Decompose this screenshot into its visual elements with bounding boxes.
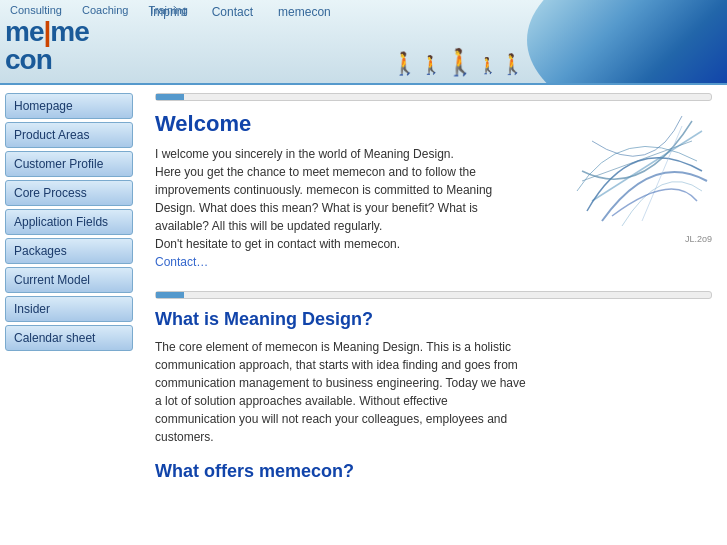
nav-memecon[interactable]: memecon xyxy=(278,5,331,19)
progress-bar-top xyxy=(155,93,712,101)
logo-text: me|me con xyxy=(5,18,89,74)
svg-line-2 xyxy=(642,126,682,221)
svg-line-0 xyxy=(592,131,702,201)
header-nav: Imprint Contact memecon xyxy=(150,5,331,19)
sidebar-item-current-model[interactable]: Current Model xyxy=(5,267,133,293)
contact-link[interactable]: Contact… xyxy=(155,255,208,269)
logo[interactable]: me|me con xyxy=(5,18,89,74)
offers-title: What offers memecon? xyxy=(155,461,712,482)
sidebar-item-customer-profile[interactable]: Customer Profile xyxy=(5,151,133,177)
meaning-title: What is Meaning Design? xyxy=(155,309,712,330)
welcome-title: Welcome xyxy=(155,111,557,137)
sidebar-item-homepage[interactable]: Homepage xyxy=(5,93,133,119)
welcome-section: Welcome I welcome you sincerely in the w… xyxy=(155,111,712,271)
main-content: Welcome I welcome you sincerely in the w… xyxy=(140,85,727,545)
welcome-text-area: Welcome I welcome you sincerely in the w… xyxy=(155,111,557,271)
welcome-image: JL.2o9 xyxy=(572,111,712,241)
progress-bar-mid xyxy=(155,291,712,299)
header-people-decoration: 🚶🚶🚶🚶🚶 xyxy=(391,47,527,78)
header-consulting: Consulting xyxy=(10,4,62,16)
progress-bar-mid-fill xyxy=(156,292,184,298)
sidebar: Homepage Product Areas Customer Profile … xyxy=(0,85,140,545)
sidebar-item-core-process[interactable]: Core Process xyxy=(5,180,133,206)
progress-bar-fill xyxy=(156,94,184,100)
layout: Homepage Product Areas Customer Profile … xyxy=(0,85,727,545)
welcome-body: I welcome you sincerely in the world of … xyxy=(155,145,557,271)
header-coaching: Coaching xyxy=(82,4,128,16)
header: Consulting Coaching Training me|me con I… xyxy=(0,0,727,85)
meaning-body: The core element of memecon is Meaning D… xyxy=(155,338,712,446)
sidebar-item-application-fields[interactable]: Application Fields xyxy=(5,209,133,235)
header-wave-decoration xyxy=(527,0,727,85)
offers-section: What offers memecon? xyxy=(155,461,712,482)
sketch-decoration xyxy=(572,111,712,231)
sidebar-item-packages[interactable]: Packages xyxy=(5,238,133,264)
meaning-section: What is Meaning Design? The core element… xyxy=(155,309,712,446)
sidebar-item-insider[interactable]: Insider xyxy=(5,296,133,322)
sidebar-item-product-areas[interactable]: Product Areas xyxy=(5,122,133,148)
sidebar-item-calendar-sheet[interactable]: Calendar sheet xyxy=(5,325,133,351)
image-signature: JL.2o9 xyxy=(572,234,712,244)
nav-contact[interactable]: Contact xyxy=(212,5,253,19)
nav-imprint[interactable]: Imprint xyxy=(150,5,187,19)
